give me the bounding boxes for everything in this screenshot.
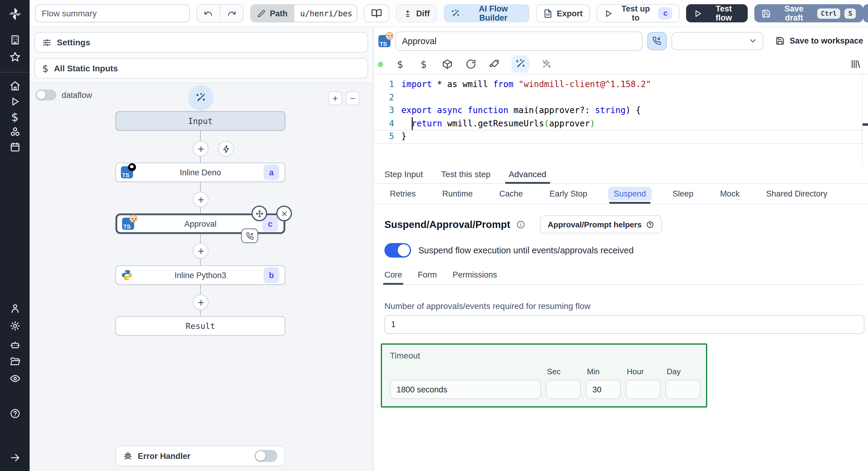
undo-button[interactable] (197, 5, 220, 22)
suspend-section: Suspend/Approval/Prompt Approval/Prompt … (374, 204, 868, 408)
test-up-to-button[interactable]: Test up to c (597, 4, 680, 22)
dataflow-toggle[interactable] (36, 89, 56, 100)
innertab-form[interactable]: Form (418, 270, 437, 284)
play-icon[interactable] (0, 96, 30, 107)
typescript-icon: TS (378, 35, 391, 47)
tab-step-input[interactable]: Step Input (384, 169, 423, 183)
advanced-subtabs: Retries Runtime Cache Early Stop Suspend… (374, 184, 868, 204)
package-icon[interactable] (441, 57, 454, 71)
building-icon[interactable] (0, 34, 30, 45)
innertab-permissions[interactable]: Permissions (453, 270, 497, 284)
text-cursor (412, 117, 412, 130)
library-icon[interactable] (849, 57, 862, 71)
calendar-icon[interactable] (0, 142, 30, 152)
folder-icon[interactable] (0, 356, 30, 367)
bot-icon[interactable] (0, 339, 30, 350)
tab-advanced[interactable]: Advanced (509, 169, 547, 183)
flow-node-input[interactable]: Input (116, 111, 285, 130)
flow-summary-input[interactable]: Flow summary (35, 4, 190, 22)
suspend-toggle[interactable] (384, 243, 411, 258)
ai-builder-graph-button[interactable] (188, 85, 213, 111)
subtab-runtime[interactable]: Runtime (437, 184, 478, 204)
help-circle-icon[interactable] (0, 408, 30, 419)
wand-icon[interactable] (512, 56, 529, 72)
approval-prompt-helpers-button[interactable]: Approval/Prompt helpers (540, 215, 662, 233)
step-id-badge: a (264, 165, 279, 180)
lightning-icon (221, 144, 230, 153)
plus-icon (196, 195, 205, 204)
eye-icon[interactable] (0, 373, 30, 384)
windmill-logo[interactable] (0, 0, 30, 27)
innertab-core[interactable]: Core (384, 270, 402, 284)
subtab-mock[interactable]: Mock (714, 184, 745, 204)
kbd-ctrl: Ctrl (817, 8, 840, 19)
subtab-suspend[interactable]: Suspend (609, 184, 652, 204)
phone-incoming-icon (652, 36, 661, 45)
timeout-day-input[interactable] (665, 380, 701, 399)
home-icon[interactable] (0, 81, 30, 91)
move-step-button[interactable] (251, 206, 267, 221)
diff-button[interactable]: Diff (396, 4, 437, 22)
delete-step-button[interactable] (276, 206, 292, 221)
timeout-hour-input[interactable] (626, 380, 661, 399)
add-step-button[interactable] (193, 294, 209, 310)
suspend-phone-button[interactable] (647, 32, 667, 50)
undo-redo-group (196, 4, 244, 22)
flow-graph-canvas[interactable]: dataflow + − Input (30, 83, 373, 471)
path-button[interactable]: Path u/henri/bes (251, 4, 357, 22)
error-handler-toggle[interactable] (254, 450, 277, 462)
ai-flow-builder-button[interactable]: AI Flow Builder (444, 4, 529, 22)
line-number: 1 (374, 78, 394, 91)
boxes-icon[interactable] (0, 126, 30, 137)
docs-button[interactable] (364, 4, 389, 22)
overview-ruler-mark (863, 123, 868, 126)
dollar-icon[interactable]: $ (417, 57, 430, 71)
add-step-button[interactable] (193, 243, 209, 259)
script-version-select[interactable] (671, 32, 764, 50)
code-editor[interactable]: 12345 import * as wmill from "windmill-c… (374, 75, 868, 166)
subtab-sleep[interactable]: Sleep (667, 184, 699, 204)
add-step-button[interactable] (193, 141, 209, 156)
dollar-icon[interactable]: $ (0, 111, 30, 123)
save-to-workspace-button[interactable]: Save to workspace (776, 36, 863, 45)
test-flow-button[interactable]: Test flow (686, 4, 748, 22)
timeout-sec-input[interactable] (546, 380, 581, 399)
export-button[interactable]: Export (536, 4, 590, 22)
deploy-button-partial[interactable] (863, 4, 868, 22)
save-icon (762, 9, 771, 18)
subtab-retries[interactable]: Retries (384, 184, 421, 204)
all-static-inputs-button[interactable]: $ All Static Inputs (34, 58, 368, 79)
step-name-input[interactable]: Approval (395, 31, 643, 51)
suspend-step-badge (241, 229, 258, 243)
approvals-count-input[interactable]: 1 (384, 315, 864, 334)
subtab-shared-directory[interactable]: Shared Directory (761, 184, 833, 204)
zoom-out-button[interactable]: − (346, 91, 360, 105)
flow-node-result[interactable]: Result (116, 316, 285, 335)
user-icon[interactable] (0, 303, 30, 314)
book-open-icon (371, 8, 382, 19)
subtab-early-stop[interactable]: Early Stop (544, 184, 593, 204)
paintbrush-icon[interactable] (488, 57, 501, 71)
save-draft-button[interactable]: Save draft Ctrl S (755, 4, 863, 22)
refresh-icon[interactable] (464, 57, 477, 71)
redo-button[interactable] (220, 5, 243, 22)
flow-node-inline-deno[interactable]: TS Inline Deno a (116, 163, 285, 182)
timeout-min-input[interactable]: 30 (586, 380, 621, 399)
flow-settings-button[interactable]: Settings (34, 32, 368, 53)
arrow-right-icon[interactable] (0, 452, 30, 463)
approvals-count-label: Number of approvals/events required for … (384, 301, 863, 311)
timeout-summary-input[interactable]: 1800 seconds (390, 380, 541, 399)
sparkles-icon[interactable] (540, 57, 553, 71)
zoom-in-button[interactable]: + (328, 91, 342, 105)
bug-icon (123, 451, 132, 461)
add-step-button[interactable] (193, 192, 209, 207)
flow-node-inline-python3[interactable]: Inline Python3 b (116, 265, 285, 285)
subtab-cache[interactable]: Cache (494, 184, 528, 204)
dollar-icon[interactable]: $ (394, 57, 407, 71)
error-handler-box[interactable]: Error Handler (116, 446, 285, 466)
tab-test-this-step[interactable]: Test this step (441, 169, 491, 183)
star-icon[interactable] (0, 51, 30, 62)
add-trigger-button[interactable] (218, 141, 234, 156)
info-icon[interactable] (516, 220, 525, 229)
gear-icon[interactable] (0, 320, 30, 331)
